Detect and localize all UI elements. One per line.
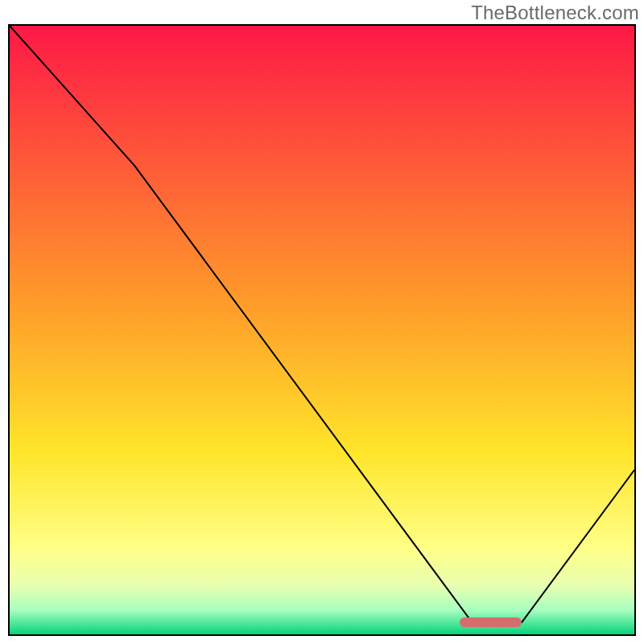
watermark-text: TheBottleneck.com [471, 2, 639, 24]
curve-line [10, 26, 634, 634]
plot-area [8, 24, 636, 636]
chart-stage: TheBottleneck.com [0, 0, 644, 644]
highlight-marker [460, 617, 522, 627]
